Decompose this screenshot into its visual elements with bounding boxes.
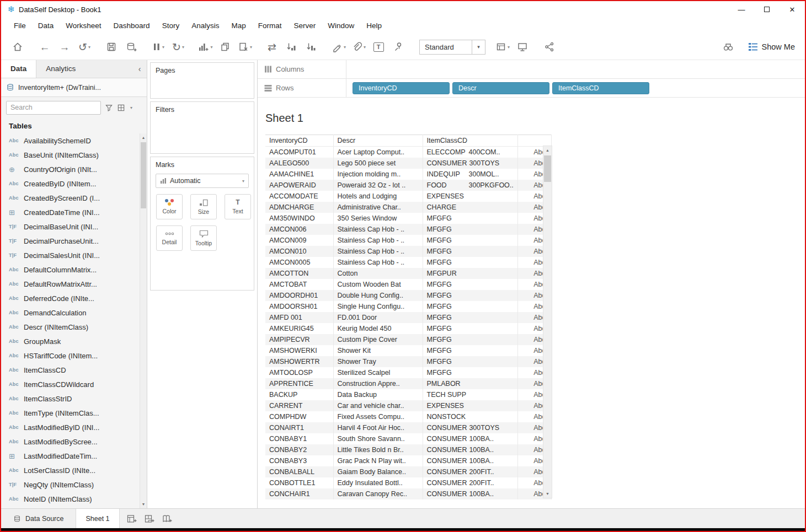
table-row[interactable]: CONBALBALLGaiam Body Balance..CONSUMER20… <box>265 466 551 477</box>
menu-item-file[interactable]: File <box>8 18 32 34</box>
new-worksheet-button[interactable]: ▾ <box>197 38 213 56</box>
show-me-button[interactable]: Show Me <box>748 42 795 51</box>
redo-button[interactable]: → <box>56 38 73 56</box>
field-item[interactable]: AbcItemClassCD <box>1 363 140 377</box>
text-label-button[interactable]: T <box>370 38 387 56</box>
table-scroll-up-icon[interactable]: ▲ <box>543 146 552 154</box>
field-item[interactable]: ⊞CreatedDateTime (INI... <box>1 205 140 219</box>
field-item[interactable]: AbcDescr (INItemClass) <box>1 320 140 334</box>
pause-updates-button[interactable]: ▾ <box>150 38 167 56</box>
table-row[interactable]: AMCON009Stainless Cap Hob - ..MFGFGAbc <box>265 235 551 246</box>
view-options-icon[interactable] <box>117 104 125 112</box>
sort-ascending-button[interactable] <box>284 38 300 56</box>
swap-rows-columns-button[interactable]: ⇄ <box>264 38 280 56</box>
pill-inventorycd[interactable]: InventoryCD <box>353 82 450 94</box>
highlight-button[interactable]: ▾ <box>330 38 347 56</box>
field-item[interactable]: AbcHSTariffCode (INItem... <box>1 348 140 363</box>
home-button[interactable] <box>9 38 26 56</box>
menu-item-format[interactable]: Format <box>252 18 288 34</box>
menu-item-server[interactable]: Server <box>287 18 322 34</box>
mark-type-dropdown[interactable]: Automatic ▾ <box>156 174 249 188</box>
fit-selector-caret-icon[interactable]: ▾ <box>472 40 485 54</box>
menu-item-help[interactable]: Help <box>360 18 388 34</box>
tab-analytics[interactable]: Analytics <box>36 60 85 78</box>
table-row[interactable]: AMDOORSH01Single Hung Configu..MFGFGAbc <box>265 301 551 312</box>
table-row[interactable]: AAPOWERAIDPoweraid 32 Oz - lot ..FOOD300… <box>265 180 551 191</box>
filter-fields-icon[interactable] <box>105 104 113 112</box>
table-row[interactable]: ADMCHARGEAdministrative Char..CHARGEAbc <box>265 202 551 213</box>
table-row[interactable]: CONBABY3Grac Pack N Play wit..CONSUMER10… <box>265 455 551 466</box>
table-row[interactable]: AAMACHINE1Injection molding m..INDEQUIP3… <box>265 169 551 180</box>
datasource-row[interactable]: InventoryItem+ (DwTraini... <box>1 78 147 97</box>
presentation-mode-button[interactable] <box>514 38 531 56</box>
sort-descending-button[interactable] <box>303 38 320 56</box>
table-row[interactable]: AMPIPECVRCustom Pipe CoverMFGFGAbc <box>265 334 551 345</box>
field-item[interactable]: AbcBaseUnit (INItemClass) <box>1 148 140 162</box>
show-hide-cards-button[interactable]: ▾ <box>494 38 511 56</box>
table-row[interactable]: AACOMPUT01Acer Laptop Comput..ELECCOMP40… <box>265 147 551 158</box>
table-row[interactable]: AMCON0005Stainless Cap Hob - ..MFGFGAbc <box>265 257 551 268</box>
field-item[interactable]: AbcDemandCalculation <box>1 305 140 320</box>
data-source-tab[interactable]: Data Source <box>1 509 76 528</box>
share-button[interactable] <box>541 38 558 56</box>
field-item[interactable]: AbcDefaultRowMatrixAttr... <box>1 277 140 291</box>
fit-selector[interactable]: Standard ▾ <box>419 40 485 55</box>
field-item[interactable]: AbcItemType (INItemClas... <box>1 406 140 420</box>
column-header-descr[interactable]: Descr <box>333 135 423 147</box>
undo-button[interactable]: ← <box>36 38 53 56</box>
table-scroll-down-icon[interactable]: ▼ <box>543 490 552 498</box>
size-button[interactable]: Size <box>190 194 217 219</box>
table-row[interactable]: AMKEURIG45Keurig Model 450MFGFGAbc <box>265 323 551 334</box>
table-row[interactable]: CONBABY2Little Tikes Bold n Br..CONSUMER… <box>265 444 551 455</box>
view-options-caret-icon[interactable]: ▾ <box>130 105 132 110</box>
menu-item-analysis[interactable]: Analysis <box>185 18 225 34</box>
scroll-down-icon[interactable]: ▼ <box>140 500 147 508</box>
table-row[interactable]: CONBOTTLE1Eddy Insulated Bottl..CONSUMER… <box>265 477 551 488</box>
table-row[interactable]: AMSHOWERKIShower KitMFGFGAbc <box>265 345 551 356</box>
table-row[interactable]: CARRENTCar and vehicle char..EXPENSESAbc <box>265 400 551 411</box>
table-row[interactable]: AMCON010Stainless Cap Hob - ..MFGFGAbc <box>265 246 551 257</box>
table-row[interactable]: AMTOOLOSPSterilized ScalpelMFGFGAbc <box>265 367 551 378</box>
table-row[interactable]: AM350WINDO350 Series WindowMFGFGAbc <box>265 213 551 224</box>
collapse-pane-icon[interactable]: ‹ <box>132 60 147 78</box>
columns-shelf[interactable]: Columns <box>258 60 805 79</box>
sheet1-tab[interactable]: Sheet 1 <box>76 509 119 528</box>
field-item[interactable]: AbcItemClassStrID <box>1 391 140 406</box>
field-item[interactable]: T|FNegQty (INItemClass) <box>1 477 140 492</box>
menu-item-data[interactable]: Data <box>32 18 60 34</box>
table-scrollbar[interactable]: ▲ ▼ <box>543 146 552 498</box>
field-item[interactable]: AbcGroupMask <box>1 334 140 348</box>
field-item[interactable]: T|FDecimalPurchaseUnit... <box>1 234 140 248</box>
field-item[interactable]: AbcLastModifiedByID (INI... <box>1 420 140 434</box>
column-header-inventorycd[interactable]: InventoryCD <box>265 135 333 147</box>
duplicate-button[interactable] <box>217 38 233 56</box>
field-item[interactable]: T|FDecimalBaseUnit (INI... <box>1 219 140 234</box>
field-item[interactable]: AbcLastModifiedByScree... <box>1 434 140 449</box>
new-datasource-button[interactable] <box>123 38 140 56</box>
menu-item-story[interactable]: Story <box>156 18 186 34</box>
table-row[interactable]: CONAIRT1Harvil 4 Foot Air Hoc..CONSUMER3… <box>265 422 551 433</box>
field-item[interactable]: AbcNoteID (INItemClass) <box>1 492 140 506</box>
replay-button[interactable]: ↺▾ <box>76 38 93 56</box>
new-story-tab-button[interactable] <box>159 511 175 526</box>
field-item[interactable]: AbcLotSerClassID (INIte... <box>1 463 140 477</box>
field-item[interactable]: AbcCreatedByID (INItem... <box>1 176 140 191</box>
table-row[interactable]: AMCON006Stainless Cap Hob - ..MFGFGAbc <box>265 224 551 235</box>
field-item[interactable]: ⊕CountryOfOrigin (INIt... <box>1 162 140 176</box>
scrollbar-thumb[interactable] <box>141 142 146 208</box>
table-row[interactable]: AMSHOWERTRShower TrayMFGFGAbc <box>265 356 551 367</box>
tooltip-button[interactable]: Tooltip <box>190 225 217 251</box>
filters-shelf[interactable]: Filters <box>150 101 254 154</box>
color-button[interactable]: Color <box>156 194 183 219</box>
new-dashboard-tab-button[interactable] <box>142 511 157 526</box>
table-row[interactable]: AMDOORDH01Double Hung Config..MFGFGAbc <box>265 290 551 301</box>
new-worksheet-tab-button[interactable] <box>124 511 140 526</box>
pages-shelf[interactable]: Pages <box>150 62 254 99</box>
menu-item-map[interactable]: Map <box>225 18 252 34</box>
clear-sheet-button[interactable]: ▾ <box>237 38 253 56</box>
menu-item-dashboard[interactable]: Dashboard <box>108 18 156 34</box>
table-scrollbar-thumb[interactable] <box>544 155 551 182</box>
search-input[interactable] <box>10 104 97 111</box>
field-item[interactable]: AbcCreatedByScreenID (I... <box>1 191 140 205</box>
menu-item-window[interactable]: Window <box>322 18 360 34</box>
